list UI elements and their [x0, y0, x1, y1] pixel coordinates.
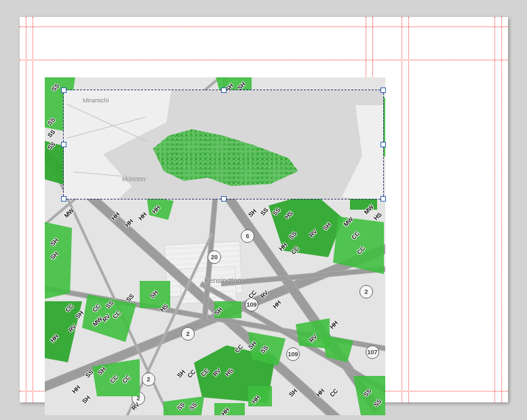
- land-mainland: [64, 90, 172, 199]
- land-east: [328, 105, 383, 199]
- forest-polygon: [353, 376, 385, 415]
- selection-handle-sw[interactable]: [61, 196, 66, 202]
- forest-polygon: [147, 196, 174, 220]
- forest-polygon: [214, 403, 245, 415]
- selection-handle-s[interactable]: [221, 196, 227, 202]
- guide-vertical[interactable]: [26, 17, 26, 402]
- selection-handle-e[interactable]: [380, 142, 386, 147]
- inset-place-label: Miramichi: [83, 97, 109, 104]
- highway-shield: 109: [286, 347, 300, 361]
- highway-shield: 2: [181, 327, 195, 341]
- highway-shield: 109: [245, 298, 258, 311]
- species-code: CC: [186, 368, 197, 379]
- layout-page: Kensington 6 20 2 109 2 2 109 107 2: [20, 17, 508, 402]
- selection-handle-w[interactable]: [61, 142, 66, 147]
- species-code: SS: [259, 206, 269, 216]
- guide-horizontal[interactable]: [20, 26, 508, 27]
- species-code: CC: [328, 387, 339, 398]
- species-code: HH: [71, 384, 81, 395]
- guide-vertical[interactable]: [402, 17, 402, 402]
- forest-polygon: [140, 281, 170, 308]
- species-code: SH: [247, 208, 257, 218]
- selection-handle-se[interactable]: [380, 196, 386, 202]
- pei-forest-overlay: [145, 123, 301, 187]
- highway-shield: 6: [241, 229, 254, 243]
- species-code: HH: [271, 299, 282, 310]
- forest-polygon: [45, 220, 72, 301]
- forest-polygon: [248, 386, 272, 406]
- species-code: SH: [81, 394, 91, 404]
- selection-handle-nw[interactable]: [61, 88, 66, 93]
- highway-shield: 2: [359, 285, 373, 299]
- guide-vertical[interactable]: [494, 17, 495, 402]
- forest-polygon: [45, 301, 82, 362]
- inset-map-frame[interactable]: Miramichi Moncton: [63, 90, 384, 199]
- species-code: HS: [372, 211, 383, 221]
- selection-handle-n[interactable]: [221, 88, 227, 93]
- species-code: SS: [46, 128, 56, 138]
- inset-map: Miramichi Moncton: [64, 90, 383, 199]
- species-code: SH: [176, 368, 186, 379]
- selection-handle-ne[interactable]: [380, 88, 386, 93]
- guide-vertical[interactable]: [408, 17, 409, 402]
- highway-shield: 107: [366, 345, 379, 359]
- inset-place-label: Moncton: [122, 176, 146, 183]
- locality-label: Kensington: [204, 276, 241, 284]
- guide-horizontal[interactable]: [20, 60, 508, 60]
- forest-polygon: [163, 396, 204, 415]
- forest-polygon: [214, 301, 241, 318]
- highway-shield: 20: [208, 250, 221, 264]
- guide-vertical[interactable]: [33, 17, 33, 402]
- forest-polygon: [269, 193, 343, 257]
- highway-shield: 2: [142, 373, 155, 386]
- guide-vertical[interactable]: [501, 17, 502, 402]
- species-code: HH: [137, 211, 148, 222]
- species-code: HH: [328, 320, 339, 330]
